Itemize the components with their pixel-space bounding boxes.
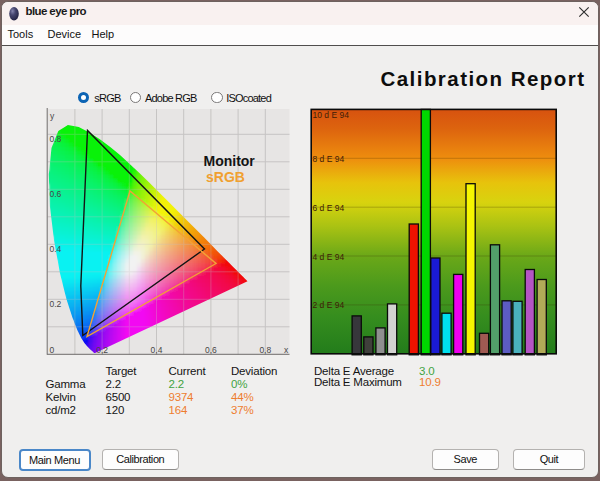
svg-text:0: 0 <box>49 344 54 354</box>
svg-text:0.8: 0.8 <box>49 133 61 143</box>
svg-text:0,8: 0,8 <box>259 344 271 354</box>
svg-text:8 d E 94: 8 d E 94 <box>312 153 344 163</box>
svg-text:sRGB: sRGB <box>206 168 245 184</box>
svg-text:0,6: 0,6 <box>204 344 216 354</box>
svg-text:6 d E 94: 6 d E 94 <box>312 202 344 212</box>
svg-text:10 d E 94: 10 d E 94 <box>312 109 349 119</box>
svg-text:2 d E 94: 2 d E 94 <box>312 300 344 310</box>
svg-text:0.6: 0.6 <box>49 188 61 198</box>
svg-text:Monitor: Monitor <box>203 153 255 169</box>
svg-text:0,2: 0,2 <box>96 344 108 354</box>
svg-text:0,4: 0,4 <box>150 344 162 354</box>
svg-text:0.2: 0.2 <box>49 298 61 308</box>
svg-text:0.4: 0.4 <box>49 243 61 253</box>
svg-text:4 d E 94: 4 d E 94 <box>312 251 344 261</box>
